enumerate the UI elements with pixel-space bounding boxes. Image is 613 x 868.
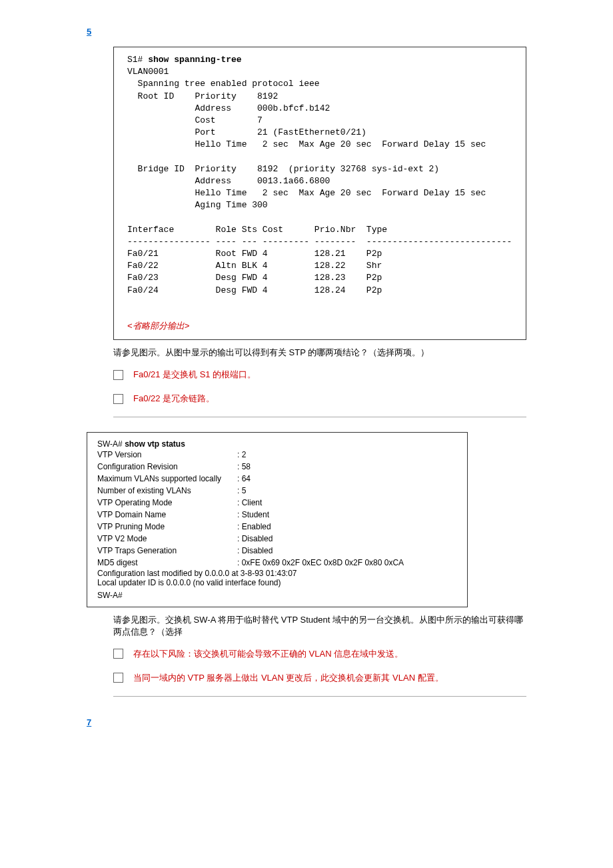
section-number-7: 7 xyxy=(87,717,526,727)
vtp-code-box: SW-A# show vtp status VTP Version: 2 Con… xyxy=(87,432,468,607)
vtp-label: MD5 digest xyxy=(97,557,237,569)
root-port: 21 (FastEthernet0/21) xyxy=(257,127,366,137)
bridge-aging: Aging Time 300 xyxy=(195,200,267,210)
option-row[interactable]: Fa0/21 是交换机 S1 的根端口。 xyxy=(113,369,526,381)
vtp-value: : Disabled xyxy=(237,533,273,545)
bridge-hello: Hello Time 2 sec Max Age 20 sec Forward … xyxy=(195,188,486,198)
checkbox-icon[interactable] xyxy=(113,394,123,404)
vtp-value: : Student xyxy=(237,509,269,521)
option-row[interactable]: 当同一域内的 VTP 服务器上做出 VLAN 更改后，此交换机会更新其 VLAN… xyxy=(113,672,526,684)
table-row: Fa0/22 Altn BLK 4 128.22 Shr xyxy=(127,261,382,271)
vtp-label: VTP Version xyxy=(97,449,237,461)
vtp-value: : 58 xyxy=(237,461,251,473)
root-address: 000b.bfcf.b142 xyxy=(257,103,330,113)
vtp-end-prompt: SW-A# xyxy=(97,591,457,600)
section-number-5: 5 xyxy=(87,27,526,37)
vtp-label: VTP V2 Mode xyxy=(97,533,237,545)
vtp-label: Configuration Revision xyxy=(97,461,237,473)
vtp-label: Maximum VLANs supported locally xyxy=(97,473,237,485)
vtp-value: : 2 xyxy=(237,449,246,461)
checkbox-icon[interactable] xyxy=(113,673,123,683)
stp-code-box: S1# show spanning-tree VLAN0001 Spanning… xyxy=(113,47,526,340)
option-row[interactable]: Fa0/22 是冗余链路。 xyxy=(113,393,526,405)
vtp-command: show vtp status xyxy=(125,439,185,449)
checkbox-icon[interactable] xyxy=(113,370,123,380)
divider xyxy=(113,417,526,417)
prompt: S1# xyxy=(127,55,143,65)
option-text: 存在以下风险：该交换机可能会导致不正确的 VLAN 信息在域中发送。 xyxy=(133,648,403,660)
command: show spanning-tree xyxy=(148,55,241,65)
table-row: Fa0/24 Desg FWD 4 128.24 P2p xyxy=(127,285,382,295)
vtp-label: VTP Operating Mode xyxy=(97,497,237,509)
vtp-value: : Disabled xyxy=(237,545,273,557)
bridge-address: 0013.1a66.6800 xyxy=(257,176,330,186)
question-6: 请参见图示。交换机 SW-A 将用于临时替代 VTP Student 域中的另一… xyxy=(113,614,526,638)
table-row: Fa0/21 Root FWD 4 128.21 P2p xyxy=(127,249,382,259)
option-text: 当同一域内的 VTP 服务器上做出 VLAN 更改后，此交换机会更新其 VLAN… xyxy=(133,672,444,684)
vtp-config-line: Configuration last modified by 0.0.0.0 a… xyxy=(97,569,457,578)
vtp-label: Number of existing VLANs xyxy=(97,485,237,497)
root-priority: 8192 xyxy=(257,91,278,101)
table-divider: ---------------- ---- --- --------- ----… xyxy=(127,237,512,247)
table-row: Fa0/23 Desg FWD 4 128.23 P2p xyxy=(127,273,382,283)
omitted-output: <省略部分输出> xyxy=(127,321,190,331)
vtp-updater-line: Local updater ID is 0.0.0.0 (no valid in… xyxy=(97,578,457,587)
divider xyxy=(113,696,526,697)
vtp-value: : 64 xyxy=(237,473,251,485)
bridge-priority: 8192 (priority 32768 sys-id-ext 2) xyxy=(257,164,439,174)
vtp-prompt: SW-A# xyxy=(97,439,123,449)
vtp-value: : Enabled xyxy=(237,521,271,533)
vlan-line: VLAN0001 xyxy=(127,67,169,77)
stp-line: Spanning tree enabled protocol ieee xyxy=(127,79,320,89)
table-header: Interface Role Sts Cost Prio.Nbr Type xyxy=(127,225,387,235)
root-cost: 7 xyxy=(257,115,263,125)
root-hello: Hello Time 2 sec Max Age 20 sec Forward … xyxy=(195,139,486,149)
option-text: Fa0/21 是交换机 S1 的根端口。 xyxy=(133,369,256,381)
vtp-value: : 0xFE 0x69 0x2F 0xEC 0x8D 0x2F 0x80 0xC… xyxy=(237,557,404,569)
option-text: Fa0/22 是冗余链路。 xyxy=(133,393,215,405)
checkbox-icon[interactable] xyxy=(113,649,123,659)
vtp-label: VTP Traps Generation xyxy=(97,545,237,557)
vtp-label: VTP Domain Name xyxy=(97,509,237,521)
vtp-value: : Client xyxy=(237,497,262,509)
vtp-value: : 5 xyxy=(237,485,246,497)
vtp-label: VTP Pruning Mode xyxy=(97,521,237,533)
question-5: 请参见图示。从图中显示的输出可以得到有关 STP 的哪两项结论？（选择两项。） xyxy=(113,347,526,359)
option-row[interactable]: 存在以下风险：该交换机可能会导致不正确的 VLAN 信息在域中发送。 xyxy=(113,648,526,660)
